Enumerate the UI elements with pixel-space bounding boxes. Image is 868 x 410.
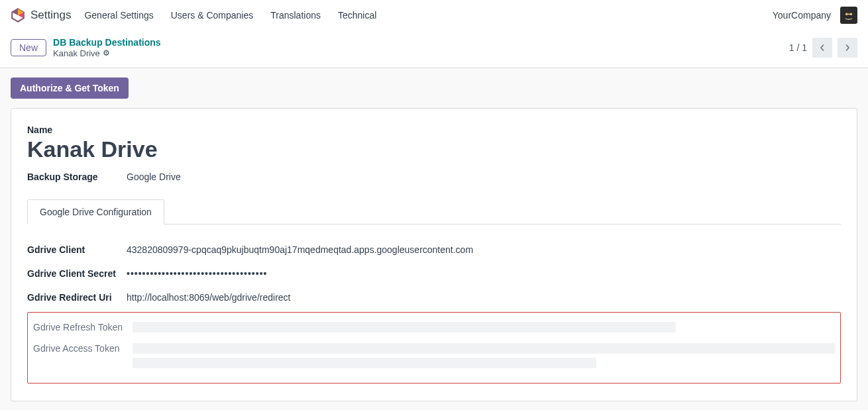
- gdrive-access-label: Gdrive Access Token: [33, 343, 133, 354]
- nav-translations[interactable]: Translations: [270, 10, 321, 21]
- tab-gdrive-config[interactable]: Google Drive Configuration: [27, 199, 164, 225]
- pager-next-button[interactable]: [838, 38, 857, 58]
- form-sheet: Name Kanak Drive Backup Storage Google D…: [11, 108, 857, 401]
- gdrive-client-value[interactable]: 432820809979-cpqcaq9pkujbuqtm90aj17mqedm…: [127, 244, 841, 255]
- gdrive-refresh-value[interactable]: [133, 322, 835, 333]
- company-selector[interactable]: YourCompany: [773, 10, 831, 21]
- redacted-bar: [133, 358, 596, 368]
- gdrive-secret-label: Gdrive Client Secret: [27, 268, 127, 279]
- gdrive-refresh-label: Gdrive Refresh Token: [33, 322, 133, 333]
- nav-users-companies[interactable]: Users & Companies: [171, 10, 254, 21]
- gear-icon[interactable]: ⚙: [103, 48, 110, 58]
- pager-prev-button[interactable]: [812, 38, 832, 58]
- gdrive-access-value[interactable]: [133, 343, 835, 368]
- redacted-bar: [133, 343, 835, 354]
- name-value[interactable]: Kanak Drive: [27, 136, 841, 162]
- action-bar: Authorize & Get Token: [0, 68, 868, 108]
- nav-general-settings[interactable]: General Settings: [84, 10, 153, 21]
- breadcrumb-current: Kanak Drive ⚙: [53, 48, 161, 59]
- svg-rect-4: [842, 9, 855, 22]
- breadcrumb-parent[interactable]: DB Backup Destinations: [53, 37, 161, 48]
- pager: 1 / 1: [789, 38, 857, 58]
- authorize-button[interactable]: Authorize & Get Token: [11, 77, 129, 99]
- token-highlight-box: Gdrive Refresh Token Gdrive Access Token: [27, 312, 841, 384]
- app-logo-icon: [11, 8, 25, 23]
- new-button[interactable]: New: [11, 39, 46, 56]
- gdrive-redirect-value[interactable]: http://localhost:8069/web/gdrive/redirec…: [127, 292, 841, 303]
- breadcrumb: DB Backup Destinations Kanak Drive ⚙: [53, 37, 161, 58]
- gdrive-secret-value[interactable]: ••••••••••••••••••••••••••••••••••••: [127, 268, 841, 279]
- control-bar: New DB Backup Destinations Kanak Drive ⚙…: [0, 30, 868, 68]
- gdrive-redirect-label: Gdrive Redirect Uri: [27, 292, 127, 303]
- pager-text: 1 / 1: [789, 42, 807, 53]
- tab-bar: Google Drive Configuration: [27, 199, 841, 225]
- svg-rect-7: [847, 14, 851, 15]
- nav-menu: General Settings Users & Companies Trans…: [84, 10, 376, 21]
- top-nav: Settings General Settings Users & Compan…: [0, 0, 868, 30]
- breadcrumb-current-text: Kanak Drive: [53, 48, 100, 59]
- name-label: Name: [27, 125, 841, 135]
- app-title: Settings: [30, 9, 71, 22]
- app-brand[interactable]: Settings: [11, 8, 71, 23]
- redacted-bar: [133, 322, 676, 333]
- storage-value[interactable]: Google Drive: [127, 172, 841, 182]
- storage-label: Backup Storage: [27, 172, 127, 182]
- gdrive-client-label: Gdrive Client: [27, 244, 127, 255]
- nav-technical[interactable]: Technical: [338, 10, 376, 21]
- user-avatar[interactable]: [840, 7, 857, 24]
